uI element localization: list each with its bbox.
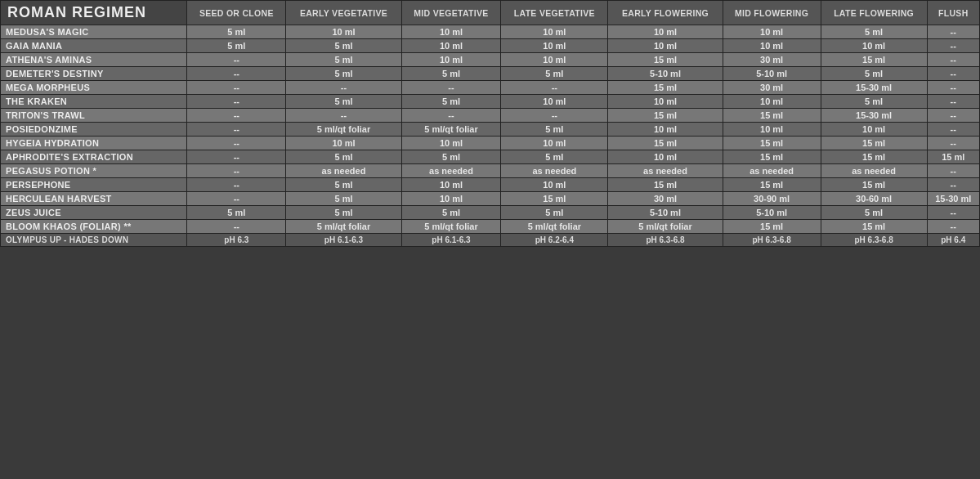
cell-10-2: as needed: [401, 164, 501, 178]
cell-11-1: 5 ml: [286, 178, 401, 192]
table-title: Roman Regimen: [1, 1, 187, 25]
col-header-5: Mid Flowering: [723, 1, 821, 25]
cell-8-5: 15 ml: [723, 137, 821, 150]
cell-4-2: --: [401, 81, 501, 95]
col-header-7: Flush: [927, 1, 979, 25]
cell-3-4: 5-10 ml: [608, 67, 723, 81]
cell-12-7: 15-30 ml: [927, 192, 979, 206]
cell-0-5: 10 ml: [723, 25, 821, 39]
cell-13-2: 5 ml: [401, 206, 501, 220]
cell-4-1: --: [286, 81, 401, 95]
cell-4-7: --: [927, 81, 979, 95]
cell-4-0: --: [187, 81, 286, 95]
cell-15-5: pH 6.3-6.8: [723, 234, 821, 247]
cell-2-6: 15 ml: [821, 53, 927, 67]
cell-6-5: 15 ml: [723, 109, 821, 123]
cell-14-5: 15 ml: [723, 220, 821, 234]
cell-1-2: 10 ml: [401, 39, 501, 53]
cell-10-6: as needed: [821, 164, 927, 178]
cell-7-6: 10 ml: [821, 123, 927, 137]
cell-10-5: as needed: [723, 164, 821, 178]
cell-9-5: 15 ml: [723, 150, 821, 164]
cell-10-1: as needed: [286, 164, 401, 178]
cell-11-4: 15 ml: [608, 178, 723, 192]
cell-15-6: pH 6.3-6.8: [821, 234, 927, 247]
row-label-11: Persephone: [1, 178, 187, 192]
cell-0-0: 5 ml: [187, 25, 286, 39]
cell-0-2: 10 ml: [401, 25, 501, 39]
row-label-2: Athena's Aminas: [1, 53, 187, 67]
cell-3-3: 5 ml: [501, 67, 608, 81]
cell-9-3: 5 ml: [501, 150, 608, 164]
cell-2-0: --: [187, 53, 286, 67]
row-label-6: Triton's Trawl: [1, 109, 187, 123]
cell-1-1: 5 ml: [286, 39, 401, 53]
row-label-7: Posiedonzime: [1, 123, 187, 137]
cell-7-5: 10 ml: [723, 123, 821, 137]
regimen-table: Roman RegimenSeed or CloneEarly Vegetati…: [0, 0, 980, 247]
cell-13-0: 5 ml: [187, 206, 286, 220]
cell-2-4: 15 ml: [608, 53, 723, 67]
cell-7-2: 5 ml/qt foliar: [401, 123, 501, 137]
cell-11-3: 10 ml: [501, 178, 608, 192]
cell-4-3: --: [501, 81, 608, 95]
cell-14-0: --: [187, 220, 286, 234]
cell-11-7: --: [927, 178, 979, 192]
cell-9-7: 15 ml: [927, 150, 979, 164]
row-label-12: Herculean Harvest: [1, 192, 187, 206]
cell-5-1: 5 ml: [286, 95, 401, 109]
cell-8-1: 10 ml: [286, 137, 401, 150]
cell-7-1: 5 ml/qt foliar: [286, 123, 401, 137]
cell-6-1: --: [286, 109, 401, 123]
cell-6-2: --: [401, 109, 501, 123]
row-label-14: Bloom Khaos (Foliar) **: [1, 220, 187, 234]
cell-2-3: 10 ml: [501, 53, 608, 67]
cell-11-6: 15 ml: [821, 178, 927, 192]
cell-15-2: pH 6.1-6.3: [401, 234, 501, 247]
cell-14-3: 5 ml/qt foliar: [501, 220, 608, 234]
cell-7-0: --: [187, 123, 286, 137]
cell-2-7: --: [927, 53, 979, 67]
cell-10-4: as needed: [608, 164, 723, 178]
row-label-5: The Kraken: [1, 95, 187, 109]
col-header-3: Late Vegetative: [501, 1, 608, 25]
cell-9-6: 15 ml: [821, 150, 927, 164]
cell-12-3: 15 ml: [501, 192, 608, 206]
row-label-10: Pegasus Potion *: [1, 164, 187, 178]
cell-9-0: --: [187, 150, 286, 164]
cell-9-4: 10 ml: [608, 150, 723, 164]
cell-14-7: --: [927, 220, 979, 234]
cell-5-5: 10 ml: [723, 95, 821, 109]
cell-5-6: 5 ml: [821, 95, 927, 109]
cell-1-4: 10 ml: [608, 39, 723, 53]
cell-6-3: --: [501, 109, 608, 123]
cell-12-1: 5 ml: [286, 192, 401, 206]
cell-7-7: --: [927, 123, 979, 137]
cell-8-6: 15 ml: [821, 137, 927, 150]
row-label-0: Medusa's Magic: [1, 25, 187, 39]
cell-9-2: 5 ml: [401, 150, 501, 164]
row-label-3: Demeter's Destiny: [1, 67, 187, 81]
cell-4-4: 15 ml: [608, 81, 723, 95]
cell-4-5: 30 ml: [723, 81, 821, 95]
cell-11-5: 15 ml: [723, 178, 821, 192]
cell-4-6: 15-30 ml: [821, 81, 927, 95]
cell-1-0: 5 ml: [187, 39, 286, 53]
cell-3-0: --: [187, 67, 286, 81]
cell-3-1: 5 ml: [286, 67, 401, 81]
cell-5-4: 10 ml: [608, 95, 723, 109]
cell-2-1: 5 ml: [286, 53, 401, 67]
cell-8-0: --: [187, 137, 286, 150]
cell-15-0: pH 6.3: [187, 234, 286, 247]
cell-12-6: 30-60 ml: [821, 192, 927, 206]
cell-0-7: --: [927, 25, 979, 39]
row-label-1: Gaia Mania: [1, 39, 187, 53]
cell-13-5: 5-10 ml: [723, 206, 821, 220]
cell-3-6: 5 ml: [821, 67, 927, 81]
cell-14-4: 5 ml/qt foliar: [608, 220, 723, 234]
cell-13-4: 5-10 ml: [608, 206, 723, 220]
cell-5-3: 10 ml: [501, 95, 608, 109]
col-header-0: Seed or Clone: [187, 1, 286, 25]
cell-12-2: 10 ml: [401, 192, 501, 206]
col-header-2: Mid Vegetative: [401, 1, 501, 25]
